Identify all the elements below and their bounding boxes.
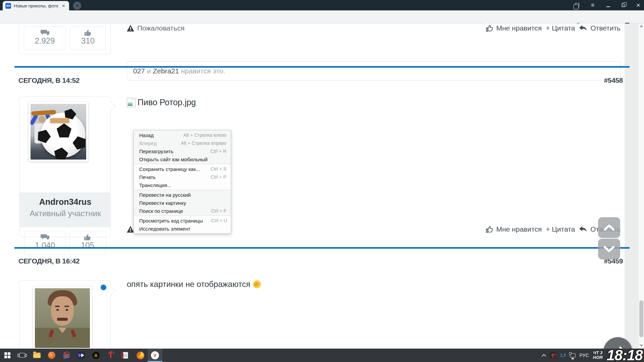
taskbar: A Y 1,3 РУС ЧТ 3НОЯ 18:18: [0, 349, 644, 362]
comments-icon: [25, 234, 65, 241]
media-player-button[interactable]: [74, 349, 89, 362]
scroll-to-bottom-button[interactable]: [598, 239, 620, 259]
notepad-button[interactable]: [118, 349, 133, 362]
tray-expand-icon[interactable]: [542, 354, 546, 358]
menu-label: Поиск по странице: [139, 208, 183, 214]
menu-label: Перезагрузить: [139, 148, 173, 154]
like-label: Мне нравится: [496, 225, 542, 233]
prev-report-link[interactable]: Пожаловаться: [127, 24, 184, 32]
quote-button[interactable]: + Цитата: [546, 24, 575, 32]
task-view-button[interactable]: [15, 349, 30, 362]
browser-toolbar: ← Я ↻ www.forum-volgograd.ru Новые прико…: [0, 10, 644, 23]
like-button[interactable]: Мне нравится: [486, 24, 542, 32]
firefox-button[interactable]: [133, 349, 148, 362]
liked-by-user[interactable]: Zebra21: [153, 67, 179, 75]
minimize-glyph: [606, 6, 610, 7]
thumb-up-icon: [69, 234, 106, 241]
restore-glyph: [622, 4, 625, 7]
browser-titlebar: ВФ Новые приколы, фото ✕ + ≡ ✕: [0, 0, 644, 10]
like-button[interactable]: Мне нравится: [486, 225, 542, 233]
menu-shortcut: Ctrl + P: [203, 174, 226, 180]
avatar-art: [64, 306, 69, 307]
download-manager-icon: [48, 352, 55, 359]
window-minimize-button[interactable]: [602, 0, 614, 10]
new-tab-button[interactable]: +: [73, 2, 81, 10]
antenna-icon: [552, 355, 553, 358]
user-avatar[interactable]: [35, 288, 90, 348]
task-view-icon: [19, 353, 25, 358]
chevron-down-icon: [603, 246, 615, 252]
menu-item-view-source[interactable]: Просмотреть код страницыCtrl + U: [134, 217, 231, 225]
menu-item-cast[interactable]: Трансляция...: [134, 181, 231, 189]
menu-item-translate-page[interactable]: Перевести на русский: [134, 191, 231, 199]
download-manager-button[interactable]: [44, 349, 59, 362]
reply-button[interactable]: Ответить: [579, 24, 621, 32]
menu-item-print[interactable]: ПечатьCtrl + P: [134, 173, 231, 181]
start-button[interactable]: [0, 349, 15, 362]
browser-tab[interactable]: ВФ Новые приколы, фото ✕: [3, 1, 69, 10]
language-indicator[interactable]: РУС: [580, 353, 589, 358]
menu-item-reload[interactable]: ПерезагрузитьCtrl + R: [134, 147, 231, 155]
radio-app-button[interactable]: [103, 349, 118, 362]
post-5459-text: опять картинки не отображаются: [127, 280, 261, 289]
aimp-button[interactable]: A: [89, 349, 103, 362]
user-avatar[interactable]: [31, 104, 86, 160]
blocked-device-icon: [63, 354, 70, 359]
tray-radio-icon[interactable]: [549, 352, 556, 359]
scrollbar-down-arrow[interactable]: [640, 345, 643, 347]
file-explorer-button[interactable]: [30, 349, 44, 362]
menu-shortcut: Ctrl + U: [203, 218, 227, 223]
window-close-button[interactable]: ✕: [633, 0, 644, 10]
scrollbar-thumb[interactable]: [639, 300, 643, 337]
likes-stat: 105: [69, 231, 106, 255]
tab-title: Новые приколы, фото: [14, 3, 59, 8]
window-restore-button[interactable]: [618, 0, 629, 10]
image-alt-text[interactable]: Пиво Ротор.jpg: [138, 98, 196, 107]
yandex-browser-button[interactable]: Y: [148, 349, 162, 362]
liked-by-conj: и: [145, 67, 153, 75]
prev-likes-count: 310: [70, 36, 106, 46]
net-speed-indicator: 1,3: [560, 353, 566, 358]
network-monitor-icon[interactable]: [570, 353, 576, 357]
menu-item-find-in-page[interactable]: Поиск по страницеCtrl + F: [134, 207, 231, 215]
chevron-up-icon: [603, 225, 615, 231]
side-panel-icon[interactable]: [571, 0, 583, 10]
avatar-art: [51, 296, 74, 326]
broken-image-icon: [127, 98, 136, 107]
scrollbar-track[interactable]: [639, 23, 644, 349]
tray-clock[interactable]: 18:18: [606, 349, 643, 362]
avatar-art: [39, 116, 45, 123]
avatar-frame: [29, 102, 88, 162]
thumb-up-icon: [486, 25, 493, 32]
username[interactable]: Andron34rus: [20, 197, 111, 207]
scrollbar-up-arrow[interactable]: [640, 25, 643, 27]
menu-label: Перевести на русский: [139, 192, 191, 198]
menu-shortcut: Ctrl + S: [203, 166, 226, 172]
menu-item-translate-image[interactable]: Перевести картинку: [134, 199, 231, 207]
menu-item-open-as-mobile[interactable]: Открыть сайт как мобильный: [134, 155, 231, 163]
menu-label: Перевести картинку: [139, 200, 186, 206]
broken-image-row: Пиво Ротор.jpg: [127, 98, 196, 107]
context-menu: НазадAlt + Стрелка влево ВперёдAlt + Стр…: [133, 130, 231, 234]
menu-item-back[interactable]: НазадAlt + Стрелка влево: [134, 131, 231, 139]
comments-icon: [24, 29, 65, 36]
quote-label: + Цитата: [546, 24, 575, 32]
reply-label: Ответить: [590, 24, 621, 32]
post-5458-number[interactable]: #5458: [556, 76, 623, 84]
tray-date[interactable]: ЧТ 3НОЯ: [593, 351, 603, 360]
prev-likes-stat: 310: [70, 26, 106, 50]
tab-close-icon[interactable]: ✕: [62, 3, 65, 8]
browser-menu-icon[interactable]: ≡: [587, 0, 598, 10]
menu-item-inspect-element[interactable]: Исследовать элемент: [134, 225, 231, 233]
liked-by-user[interactable]: 027: [133, 67, 145, 75]
post-5458-date: СЕГОДНЯ, В 14:52: [18, 76, 79, 84]
blocked-device-app-button[interactable]: [59, 349, 74, 362]
prev-post-actions: Мне нравится + Цитата Ответить: [456, 24, 621, 32]
scroll-to-top-button[interactable]: [598, 217, 620, 238]
notepad-icon: [123, 352, 128, 359]
context-menu-group: Перевести на русский Перевести картинку …: [134, 190, 231, 216]
menu-item-save-page-as[interactable]: Сохранить страницу как...Ctrl + S: [134, 165, 231, 173]
quote-button[interactable]: + Цитата: [546, 225, 575, 233]
antenna-icon: [110, 353, 111, 358]
share-arrow-icon: [611, 346, 625, 349]
